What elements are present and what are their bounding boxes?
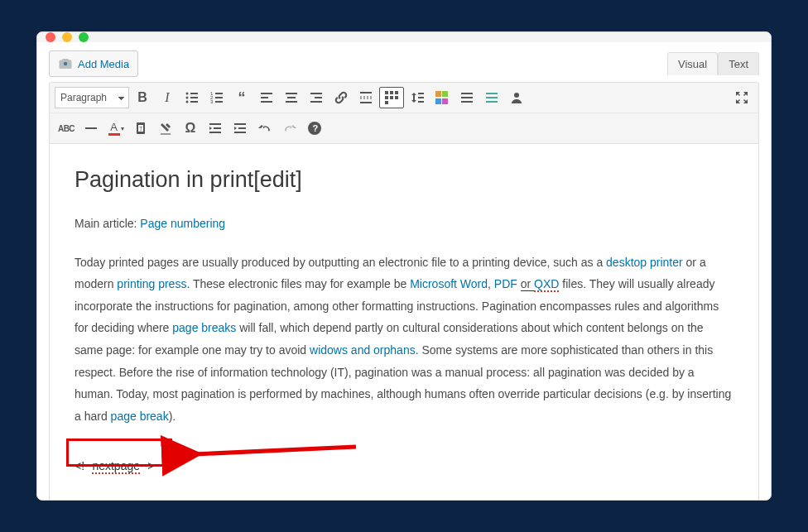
svg-rect-24 xyxy=(385,91,388,94)
fullscreen-button[interactable] xyxy=(730,86,753,109)
svg-rect-45 xyxy=(209,123,221,125)
svg-rect-39 xyxy=(486,101,498,103)
svg-rect-11 xyxy=(215,101,223,103)
add-media-label: Add Media xyxy=(78,58,129,70)
clear-format-button[interactable] xyxy=(154,117,177,140)
align-center-button[interactable] xyxy=(280,86,303,109)
svg-rect-31 xyxy=(418,93,424,94)
svg-rect-50 xyxy=(234,132,246,133)
bold-button[interactable]: B xyxy=(131,86,154,109)
link-page-numbering[interactable]: Page numbering xyxy=(140,217,225,230)
toolbar-toggle-button[interactable] xyxy=(379,87,404,108)
svg-rect-37 xyxy=(486,93,498,94)
svg-rect-26 xyxy=(395,91,398,94)
tadv-color-2-button[interactable] xyxy=(480,86,503,109)
redo-button[interactable] xyxy=(278,117,301,140)
nextpage-line[interactable]: <!--nextpage--> xyxy=(75,452,733,481)
svg-text:T: T xyxy=(139,126,143,132)
close-icon[interactable] xyxy=(46,32,55,42)
svg-rect-29 xyxy=(395,96,398,99)
svg-rect-25 xyxy=(390,91,393,94)
svg-text:3: 3 xyxy=(210,99,214,104)
editor-panel: Add Media Visual Text Paragraph B I 123 … xyxy=(37,42,771,501)
svg-rect-30 xyxy=(385,101,388,104)
link-qxd[interactable]: QXD xyxy=(534,277,559,292)
svg-rect-36 xyxy=(461,101,473,103)
svg-rect-12 xyxy=(261,93,272,94)
svg-rect-27 xyxy=(385,96,388,99)
editor-top-row: Add Media Visual Text xyxy=(37,42,771,82)
toolbar: Paragraph B I 123 “ xyxy=(49,82,759,144)
svg-rect-46 xyxy=(214,127,221,129)
link-page-break[interactable]: page break xyxy=(111,410,169,423)
window-titlebar xyxy=(37,32,771,42)
strikethrough-button[interactable]: ABC xyxy=(55,117,78,140)
hr-button[interactable] xyxy=(79,117,103,140)
content-editor[interactable]: Pagination in print[edit] Main article: … xyxy=(49,144,759,501)
link-printing-press[interactable]: printing press xyxy=(117,277,186,290)
align-left-button[interactable] xyxy=(255,86,278,109)
svg-point-2 xyxy=(186,97,189,99)
special-char-button[interactable]: Ω xyxy=(179,117,202,140)
link-widows-orphans[interactable]: widows and orphans xyxy=(310,343,416,357)
toolbar-row-1: Paragraph B I 123 “ xyxy=(50,83,758,113)
blockquote-button[interactable]: “ xyxy=(230,86,253,109)
svg-rect-15 xyxy=(286,93,297,94)
svg-rect-41 xyxy=(85,127,97,129)
svg-rect-38 xyxy=(486,97,498,98)
svg-rect-47 xyxy=(209,132,221,133)
svg-rect-22 xyxy=(360,97,372,98)
outdent-button[interactable] xyxy=(204,117,227,140)
main-article-line[interactable]: Main article: Page numbering xyxy=(75,213,733,235)
link-microsoft-word[interactable]: Microsoft Word xyxy=(410,277,488,290)
maximize-icon[interactable] xyxy=(79,32,89,42)
svg-point-4 xyxy=(186,101,189,103)
link-page-breaks[interactable]: page breaks xyxy=(172,321,236,334)
paste-text-button[interactable]: T xyxy=(129,117,152,140)
text-color-button[interactable]: A▾ xyxy=(104,117,127,140)
svg-rect-16 xyxy=(287,97,296,98)
link-desktop-printer[interactable]: desktop printer xyxy=(606,256,683,269)
svg-point-40 xyxy=(514,93,519,98)
svg-rect-21 xyxy=(360,92,372,93)
read-more-button[interactable] xyxy=(354,86,378,109)
svg-rect-1 xyxy=(190,93,198,94)
svg-rect-33 xyxy=(418,101,424,103)
editor-window: Add Media Visual Text Paragraph B I 123 … xyxy=(36,31,772,501)
svg-rect-28 xyxy=(390,96,393,99)
tadv-justify-button[interactable] xyxy=(455,86,479,109)
minimize-icon[interactable] xyxy=(62,32,72,42)
bullet-list-button[interactable] xyxy=(180,86,204,109)
svg-rect-35 xyxy=(461,97,473,98)
align-right-button[interactable] xyxy=(305,86,328,109)
numbered-list-button[interactable]: 123 xyxy=(205,86,228,109)
svg-rect-3 xyxy=(190,97,198,98)
svg-rect-20 xyxy=(310,101,322,103)
svg-point-0 xyxy=(186,93,189,95)
media-icon xyxy=(58,56,73,71)
help-button[interactable]: ? xyxy=(303,117,326,140)
link-button[interactable] xyxy=(329,86,353,109)
undo-button[interactable] xyxy=(253,117,277,140)
height-button[interactable] xyxy=(406,86,429,109)
svg-rect-17 xyxy=(286,101,297,103)
svg-text:?: ? xyxy=(313,123,319,133)
add-media-button[interactable]: Add Media xyxy=(49,50,138,77)
tadv-color-1-button[interactable] xyxy=(430,86,454,109)
body-paragraph[interactable]: Today printed pages are usually produced… xyxy=(75,252,733,428)
svg-rect-34 xyxy=(461,93,473,94)
nextpage-tag[interactable]: <!--nextpage--> xyxy=(75,452,155,481)
toolbar-row-2: ABC A▾ T Ω ? xyxy=(50,113,758,143)
tab-visual[interactable]: Visual xyxy=(667,52,718,75)
link-pdf[interactable]: PDF xyxy=(494,277,517,290)
indent-button[interactable] xyxy=(228,117,252,140)
svg-rect-19 xyxy=(315,97,322,98)
svg-rect-14 xyxy=(261,101,272,103)
tab-text[interactable]: Text xyxy=(718,52,759,75)
svg-rect-23 xyxy=(360,102,372,103)
user-icon[interactable] xyxy=(505,86,528,109)
format-dropdown[interactable]: Paragraph xyxy=(55,87,129,108)
italic-button[interactable]: I xyxy=(156,86,179,109)
svg-rect-48 xyxy=(234,123,246,125)
content-heading[interactable]: Pagination in print[edit] xyxy=(75,167,733,193)
